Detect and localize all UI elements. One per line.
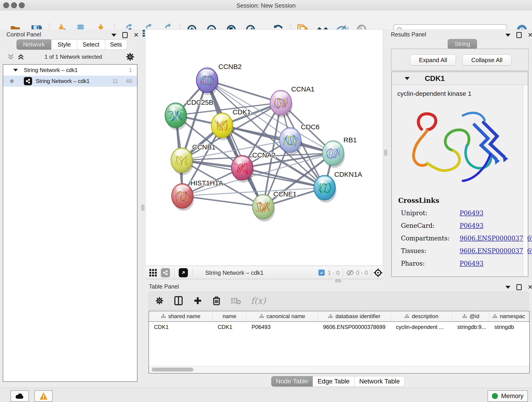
node-HIST1H1A[interactable]: [172, 184, 194, 211]
control-panel-title: Control Panel: [6, 31, 41, 38]
column-header-4[interactable]: description: [391, 311, 452, 321]
tab-network-table[interactable]: Network Table: [355, 376, 405, 387]
node-CCNB1[interactable]: [171, 148, 193, 175]
collection-label: String Network – cdk1: [24, 67, 78, 73]
selected-items-checkbox[interactable]: [318, 269, 325, 276]
tab-node-table[interactable]: Node Table: [271, 376, 313, 387]
title-bar: Session: New Session: [0, 0, 532, 11]
current-network-label: String Network – cdk1: [205, 269, 264, 276]
warnings-button[interactable]: [34, 390, 53, 402]
network-options-gear-icon[interactable]: [126, 52, 135, 61]
cell-1[interactable]: CDK1: [213, 322, 247, 332]
tab-style[interactable]: Style: [51, 39, 77, 50]
table-row[interactable]: CDK1CDK1P064939606.ENSP00000378699cyclin…: [149, 322, 529, 332]
delete-column-trash-icon[interactable]: [212, 296, 221, 306]
node-CCNB2[interactable]: [196, 68, 219, 95]
collection-expand-icon[interactable]: [13, 69, 18, 71]
tab-string-results[interactable]: String: [448, 39, 477, 49]
node-RB1[interactable]: [322, 141, 345, 168]
column-header-6[interactable]: namespac: [489, 311, 528, 321]
crosslink-link[interactable]: P06493: [460, 222, 483, 229]
node-CDKN1A[interactable]: [314, 175, 336, 203]
table-panel-close-icon[interactable]: ✕: [528, 285, 532, 289]
table-panel-maximize-icon[interactable]: [516, 284, 522, 290]
tab-network[interactable]: Network: [17, 39, 51, 50]
right-splitter-handle[interactable]: [384, 149, 387, 156]
collapse-all-networks-icon[interactable]: [7, 53, 15, 61]
edge-CCNB2-CCNE1[interactable]: [207, 80, 263, 207]
tab-sets[interactable]: Sets: [105, 39, 127, 50]
crosslink-label: Compartments:: [401, 235, 460, 242]
table-options-gear-icon[interactable]: [155, 296, 164, 305]
crosslinks-heading: CrossLinks: [398, 197, 439, 204]
fit-selected-crosshair-icon[interactable]: [374, 268, 383, 277]
results-panel-float-icon[interactable]: [505, 34, 510, 37]
column-type-icon: [462, 314, 467, 319]
crosslink-link[interactable]: P06493: [460, 210, 483, 217]
node-label-CCNB1: CCNB1: [192, 143, 215, 151]
cell-3[interactable]: 9606.ENSP00000378699: [318, 322, 391, 332]
protein-collapse-icon[interactable]: [405, 77, 410, 80]
modebar-separator: [192, 268, 193, 277]
add-column-icon[interactable]: [193, 296, 202, 305]
control-panel-float-icon[interactable]: [111, 34, 116, 37]
network-canvas[interactable]: CCNB2CCNA1CDC25BCDK1CDC6RB1CCNB1CCNA2CDK…: [145, 29, 383, 266]
network-collection-row[interactable]: String Network – cdk1 1: [3, 65, 137, 76]
grid-view-icon[interactable]: [149, 269, 157, 277]
table-panel-float-icon[interactable]: [505, 286, 510, 289]
tab-edge-table[interactable]: Edge Table: [313, 376, 355, 387]
edge-CCNE1-HIST1H1A[interactable]: [182, 196, 263, 207]
column-header-5[interactable]: @id: [452, 311, 489, 321]
network-graph[interactable]: CCNB2CCNA1CDC25BCDK1CDC6RB1CCNB1CCNA2CDK…: [146, 30, 383, 266]
column-header-0[interactable]: shared name: [149, 311, 213, 321]
column-header-2[interactable]: canonical name: [247, 311, 318, 321]
node-label-CCNA1: CCNA1: [291, 85, 315, 93]
results-panel-close-icon[interactable]: ✕: [528, 33, 532, 37]
crosslink-link[interactable]: P06493: [460, 260, 483, 267]
cloud-status-button[interactable]: [11, 390, 29, 402]
network-selection-status: 1 of 1 Network selected: [27, 54, 119, 60]
show-columns-icon[interactable]: [174, 296, 183, 306]
tab-select[interactable]: Select: [77, 39, 105, 50]
table-hscrollbar-thumb[interactable]: [152, 368, 193, 371]
cell-6[interactable]: stringdb: [489, 322, 528, 332]
network-tree: String Network – cdk1 1 String Network –…: [3, 64, 138, 382]
expand-all-button[interactable]: Expand All: [410, 55, 456, 65]
node-label-RB1: RB1: [343, 136, 357, 144]
node-CDC6[interactable]: [279, 128, 302, 155]
cell-5[interactable]: stringdb:9...: [452, 322, 489, 332]
results-scrollbar[interactable]: [523, 85, 527, 276]
node-CCNA1[interactable]: [270, 90, 293, 118]
cell-0[interactable]: CDK1: [149, 322, 213, 332]
collection-count: 1: [129, 67, 132, 73]
control-panel-maximize-icon[interactable]: [122, 32, 128, 38]
column-label: description: [412, 313, 438, 319]
cell-2[interactable]: P06493: [247, 322, 318, 332]
network-row[interactable]: String Network – cdk1 11 48: [3, 76, 137, 87]
crosslink-link[interactable]: 9606.ENSP00000378699: [460, 247, 532, 254]
node-CCNE1[interactable]: [253, 194, 275, 222]
node-table: shared namenamecanonical namedatabase id…: [148, 311, 530, 374]
node-CDC25B[interactable]: [165, 103, 187, 130]
bottom-splitter-handle[interactable]: [335, 279, 341, 283]
column-type-icon: [259, 314, 264, 319]
node-label-CCNE1: CCNE1: [273, 190, 297, 198]
cell-4[interactable]: cyclin-dependent ...: [391, 322, 452, 332]
node-CCNA2[interactable]: [231, 155, 254, 183]
memory-button[interactable]: Memory: [488, 390, 528, 402]
table-hscrollbar[interactable]: [149, 366, 529, 373]
column-type-icon: [492, 314, 497, 319]
results-panel: Results Panel ✕ String Expand All Collap…: [388, 29, 532, 279]
crosslink-label: Uniprot:: [401, 210, 460, 217]
node-CDK1[interactable]: [211, 113, 234, 140]
column-header-1[interactable]: name: [213, 311, 247, 321]
birds-eye-view-icon[interactable]: [179, 268, 188, 277]
string-view-icon[interactable]: [161, 268, 170, 277]
collapse-all-button[interactable]: Collapse All: [462, 55, 511, 65]
left-splitter-handle[interactable]: [141, 204, 144, 211]
crosslink-link[interactable]: 9606.ENSP00000378699: [460, 235, 532, 242]
results-panel-maximize-icon[interactable]: [516, 32, 522, 38]
column-header-3[interactable]: database identifier: [318, 311, 391, 321]
expand-all-networks-icon[interactable]: [17, 53, 25, 61]
control-panel-close-icon[interactable]: ✕: [133, 33, 139, 37]
